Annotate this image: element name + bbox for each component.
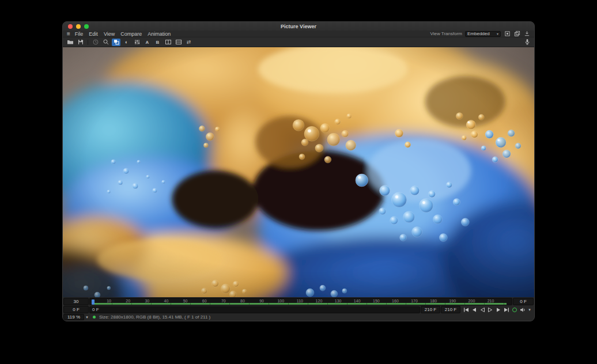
contrast-button[interactable]: ◐ <box>122 39 131 46</box>
timeline-tick-label: 140 <box>354 299 361 303</box>
goto-end-button[interactable] <box>503 306 509 313</box>
timeline-ticks: 1020304050607080901001101201301401501601… <box>90 298 512 305</box>
view-transform-value: Embedded <box>467 31 490 36</box>
menu-icon[interactable]: ≡ <box>67 31 70 37</box>
minimize-window-icon[interactable] <box>76 24 81 29</box>
contrast-icon: ◐ <box>125 39 128 45</box>
zoom-window-icon[interactable] <box>84 24 89 29</box>
timeline-tick-label: 120 <box>316 299 323 303</box>
goto-start-icon <box>463 307 469 313</box>
history-icon <box>92 39 99 46</box>
current-frame-field[interactable]: 0 F <box>513 298 534 305</box>
timeline-tick-label: 10 <box>107 299 111 303</box>
open-file-button[interactable] <box>66 39 74 46</box>
step-back-button[interactable] <box>471 306 477 313</box>
picture-viewer-window: Picture Viewer ≡ FileEditViewCompareAnim… <box>62 21 535 321</box>
timeline-ruler[interactable]: 1020304050607080901001101201301401501601… <box>89 298 512 305</box>
menu-item[interactable]: File <box>75 31 84 37</box>
loop-icon <box>512 308 517 312</box>
timeline-tick-label: 130 <box>335 299 342 303</box>
timeline-tick-label: 100 <box>277 299 284 303</box>
play-reverse-button[interactable] <box>479 306 485 313</box>
timeline-tick-label: 110 <box>297 299 303 303</box>
speaker-icon <box>520 307 526 313</box>
toolbar: ◐ A B ⇄ <box>63 37 534 47</box>
range-marker-label[interactable]: 0 F <box>92 307 99 312</box>
timeline-tick-label: 160 <box>392 299 399 303</box>
audio-button[interactable] <box>519 306 526 313</box>
version-b-button[interactable]: B <box>153 39 162 46</box>
timeline-tick-label: 50 <box>183 299 188 303</box>
play-button[interactable] <box>487 306 493 313</box>
preview-range-strip[interactable]: 0 F <box>89 306 420 313</box>
zoom-field[interactable]: 119 % <box>63 314 84 320</box>
timeline-tick-label: 210 <box>488 299 494 303</box>
magnifier-icon <box>103 39 109 46</box>
desktop-background: Picture Viewer ≡ FileEditViewCompareAnim… <box>0 0 597 364</box>
toolbar-separator <box>88 40 88 45</box>
compare-ab-button[interactable] <box>112 39 120 46</box>
menubar: ≡ FileEditViewCompareAnimation View Tran… <box>63 31 534 37</box>
window-title: Picture Viewer <box>63 24 534 29</box>
traffic-lights <box>68 24 89 29</box>
view-transform-select[interactable]: Embedded ▾ <box>465 31 501 37</box>
step-back-icon <box>471 307 477 313</box>
split-horizontal-button[interactable] <box>164 39 172 46</box>
history-button[interactable] <box>91 39 100 46</box>
timeline-tick-label: 180 <box>430 299 437 303</box>
transport-options-icon[interactable]: ▾ <box>527 308 532 312</box>
timeline-tick-label: 200 <box>468 299 475 303</box>
microphone-icon <box>524 39 531 46</box>
menubar-right: View Transform Embedded ▾ <box>430 31 530 37</box>
menu-item[interactable]: Compare <box>120 31 142 37</box>
titlebar[interactable]: Picture Viewer <box>63 22 534 31</box>
menu-item[interactable]: Edit <box>89 31 98 37</box>
image-viewport[interactable] <box>63 47 534 297</box>
menu-item[interactable]: Animation <box>148 31 171 37</box>
playhead[interactable] <box>92 299 95 305</box>
swap-ab-button[interactable]: ⇄ <box>184 39 193 46</box>
range-start-field[interactable]: 0 F <box>63 306 89 313</box>
floppy-icon <box>77 39 84 46</box>
timeline-tick-label: 190 <box>449 299 456 303</box>
timeline-tick-label: 30 <box>145 299 149 303</box>
range-end-field-2[interactable]: 210 F <box>441 306 460 313</box>
timeline-tick-label: 170 <box>411 299 418 303</box>
goto-end-icon <box>504 307 509 313</box>
timeline-tick-label: 40 <box>164 299 169 303</box>
version-a-button[interactable]: A <box>143 39 152 46</box>
timeline-row: 30 1020304050607080901001101201301401501… <box>63 297 534 305</box>
status-dot-icon <box>93 316 96 318</box>
step-forward-button[interactable] <box>495 306 501 313</box>
status-info: Size: 2880x1800, RGB (8 Bit), 15.41 MB, … <box>99 314 210 320</box>
step-forward-icon <box>496 307 501 313</box>
loop-button[interactable] <box>511 306 517 313</box>
swap-ab-icon: ⇄ <box>187 39 191 45</box>
microphone-button[interactable] <box>523 39 531 46</box>
range-row: 0 F 0 F 210 F 210 F <box>63 305 534 313</box>
timeline-tick-label: 60 <box>202 299 207 303</box>
transport-controls: ▾ <box>461 306 534 313</box>
menu-items: FileEditViewCompareAnimation <box>75 31 171 37</box>
levels-icon <box>134 39 141 46</box>
close-window-icon[interactable] <box>68 24 73 29</box>
range-end-field[interactable]: 210 F <box>421 306 440 313</box>
fps-field[interactable]: 30 <box>63 298 89 305</box>
status-row: 119 % ▾ Size: 2880x1800, RGB (8 Bit), 15… <box>63 313 534 321</box>
timeline-tick-label: 20 <box>126 299 130 303</box>
split-vertical-button[interactable] <box>174 39 183 46</box>
fit-view-icon[interactable] <box>504 31 511 37</box>
goto-start-button[interactable] <box>463 306 469 313</box>
folder-icon <box>67 39 74 46</box>
float-window-icon[interactable] <box>513 31 520 37</box>
menu-item[interactable]: View <box>104 31 115 37</box>
export-image-icon[interactable] <box>523 31 530 37</box>
play-reverse-icon <box>479 307 485 313</box>
save-image-button[interactable] <box>76 39 85 46</box>
levels-button[interactable] <box>133 39 141 46</box>
chevron-down-icon: ▾ <box>497 32 498 36</box>
zoom-tool-button[interactable] <box>101 39 110 46</box>
zoom-dropdown-icon[interactable]: ▾ <box>85 315 89 320</box>
compare-ab-icon <box>113 39 120 46</box>
rendered-image <box>63 47 534 297</box>
